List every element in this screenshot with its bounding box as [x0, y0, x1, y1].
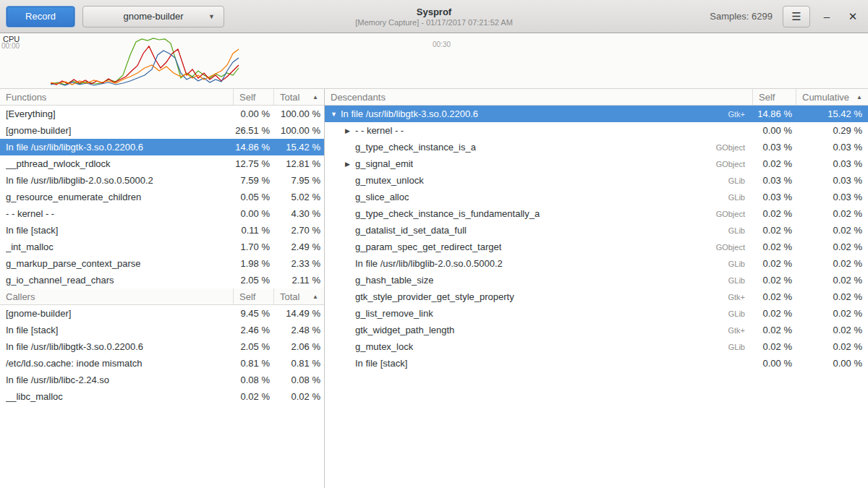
table-row[interactable]: [Everything]0.00 %100.00 % [0, 106, 324, 122]
cell-function-name-label: g_io_channel_read_chars [6, 275, 114, 286]
cell-self-percent: 2.05 % [233, 275, 273, 286]
table-row[interactable]: ▼In file /usr/lib/libgtk-3.so.0.2200.6Gt… [325, 106, 868, 122]
column-header-cumulative[interactable]: Cumulative ▲ [796, 89, 868, 105]
cell-self-percent: 0.02 % [752, 258, 796, 269]
cell-category-label: Gtk+ [728, 293, 752, 301]
cell-self-percent: 7.59 % [233, 175, 273, 186]
table-row[interactable]: g_type_check_instance_is_aGObject0.03 %0… [325, 139, 868, 155]
column-header-self[interactable]: Self [233, 89, 273, 105]
table-row[interactable]: g_slice_allocGLib0.03 %0.03 % [325, 189, 868, 205]
cell-function-name: In file /usr/lib/libglib-2.0.so.0.5000.2 [0, 172, 233, 189]
table-row[interactable]: [gnome-builder]26.51 %100.00 % [0, 122, 324, 139]
table-row[interactable]: gtk_widget_path_lengthGtk+0.02 %0.02 % [325, 322, 868, 338]
cell-function-name-label: - - kernel - - [6, 208, 54, 219]
cell-self-percent: 2.46 % [233, 325, 273, 335]
cell-self-percent: 0.02 % [752, 158, 796, 169]
cell-descendant-name-label: In file /usr/lib/libgtk-3.so.0.2200.6 [341, 108, 478, 119]
time-tick-mid: 00:30 [433, 40, 451, 48]
table-row[interactable]: - - kernel - -0.00 %4.30 % [0, 205, 324, 222]
table-row[interactable]: /etc/ld.so.cache: inode mismatch0.81 %0.… [0, 355, 324, 372]
cell-self-percent: 0.02 % [752, 291, 796, 302]
sort-indicator-icon: ▲ [856, 94, 862, 100]
expander-expanded-icon[interactable]: ▼ [331, 111, 341, 118]
cell-self-percent: 26.51 % [233, 125, 273, 136]
table-row[interactable]: __pthread_rwlock_rdlock12.75 %12.81 % [0, 155, 324, 172]
cell-self-percent: 0.02 % [752, 341, 796, 352]
record-button[interactable]: Record [6, 6, 75, 27]
table-row[interactable]: [gnome-builder]9.45 %14.49 % [0, 305, 324, 322]
cell-self-percent: 0.08 % [233, 374, 273, 385]
cell-total-percent: 2.48 % [273, 325, 324, 335]
cell-total-percent: 2.11 % [273, 275, 324, 286]
table-row[interactable]: In file [stack]2.46 %2.48 % [0, 322, 324, 338]
cell-cumulative-percent: 0.02 % [796, 291, 868, 302]
cell-descendant-name: g_list_remove_linkGLib [325, 305, 752, 322]
table-row[interactable]: ▶- - kernel - -0.00 %0.29 % [325, 122, 868, 139]
cell-descendant-name: g_datalist_id_set_data_fullGLib [325, 222, 752, 239]
column-header-total[interactable]: Total ▲ [273, 288, 324, 304]
table-row[interactable]: g_markup_parse_context_parse1.98 %2.33 % [0, 255, 324, 272]
expander-collapsed-icon[interactable]: ▶ [345, 127, 355, 134]
descendants-table: ▼In file /usr/lib/libgtk-3.so.0.2200.6Gt… [325, 106, 868, 372]
cell-category-label: GObject [716, 243, 752, 252]
callers-column-header: Callers Self Total ▲ [0, 288, 324, 305]
table-row[interactable]: g_hash_table_sizeGLib0.02 %0.02 % [325, 272, 868, 288]
cell-descendant-name-label: g_type_check_instance_is_a [355, 142, 476, 153]
header-bar: Record gnome-builder ▼ Sysprof [Memory C… [0, 0, 868, 33]
cell-total-percent: 5.02 % [273, 192, 324, 202]
column-header-self[interactable]: Self [752, 89, 796, 105]
column-header-callers[interactable]: Callers [0, 288, 233, 304]
cell-self-percent: 2.05 % [233, 341, 273, 352]
table-row[interactable]: In file /usr/lib/libglib-2.0.so.0.5000.2… [325, 255, 868, 272]
left-pane: Functions Self Total ▲ [Everything]0.00 … [0, 89, 325, 488]
table-row[interactable]: g_mutex_lockGLib0.02 %0.02 % [325, 338, 868, 355]
cell-function-name-label: In file /usr/lib/libgtk-3.so.0.2200.6 [6, 142, 143, 153]
table-row[interactable]: __libc_malloc0.02 %0.02 % [0, 388, 324, 405]
cell-cumulative-percent: 0.02 % [796, 275, 868, 286]
minimize-button[interactable]: ‒ [817, 7, 836, 27]
table-row[interactable]: g_resource_enumerate_children0.05 %5.02 … [0, 189, 324, 205]
table-row[interactable]: In file /usr/lib/libgtk-3.so.0.2200.614.… [0, 139, 324, 155]
cell-descendant-name-label: g_hash_table_size [355, 275, 433, 286]
cell-category-label: Gtk+ [728, 110, 752, 119]
cell-caller-name: [gnome-builder] [0, 305, 233, 322]
column-header-total[interactable]: Total ▲ [273, 89, 324, 105]
cell-descendant-name-label: g_type_check_instance_is_fundamentally_a [355, 208, 540, 219]
cell-function-name: g_markup_parse_context_parse [0, 255, 233, 272]
table-row[interactable]: In file [stack]0.00 %0.00 % [325, 355, 868, 372]
table-row[interactable]: In file [stack]0.11 %2.70 % [0, 222, 324, 239]
cell-caller-name-label: In file [stack] [6, 325, 58, 335]
cell-cumulative-percent: 0.03 % [796, 192, 868, 202]
column-header-self[interactable]: Self [233, 288, 273, 304]
table-row[interactable]: In file /usr/lib/libgtk-3.so.0.2200.62.0… [0, 338, 324, 355]
cell-descendant-name: gtk_style_provider_get_style_propertyGtk… [325, 288, 752, 305]
cell-category-label: GLib [728, 276, 752, 285]
table-row[interactable]: ▶g_signal_emitGObject0.02 %0.03 % [325, 155, 868, 172]
cell-category-label: GLib [728, 260, 752, 268]
close-button[interactable]: ✕ [843, 7, 862, 27]
process-selector-dropdown[interactable]: gnome-builder ▼ [82, 6, 224, 27]
cell-caller-name: In file /usr/lib/libc-2.24.so [0, 372, 233, 388]
table-row[interactable]: gtk_style_provider_get_style_propertyGtk… [325, 288, 868, 305]
column-header-descendants[interactable]: Descendants [325, 89, 752, 105]
table-row[interactable]: In file /usr/lib/libc-2.24.so0.08 %0.08 … [0, 372, 324, 388]
cell-self-percent: 0.02 % [233, 391, 273, 402]
cell-category-label: GLib [728, 176, 752, 185]
cell-descendant-name: In file /usr/lib/libglib-2.0.so.0.5000.2… [325, 255, 752, 272]
table-row[interactable]: In file /usr/lib/libglib-2.0.so.0.5000.2… [0, 172, 324, 189]
table-row[interactable]: g_type_check_instance_is_fundamentally_a… [325, 205, 868, 222]
table-row[interactable]: g_datalist_id_set_data_fullGLib0.02 %0.0… [325, 222, 868, 239]
column-header-functions[interactable]: Functions [0, 89, 233, 105]
table-row[interactable]: g_param_spec_get_redirect_targetGObject0… [325, 239, 868, 255]
cell-function-name: __pthread_rwlock_rdlock [0, 155, 233, 172]
cell-caller-name: In file [stack] [0, 322, 233, 338]
expander-collapsed-icon[interactable]: ▶ [345, 160, 355, 168]
menu-button[interactable]: ☰ [783, 6, 810, 27]
table-row[interactable]: g_list_remove_linkGLib0.02 %0.02 % [325, 305, 868, 322]
cell-self-percent: 14.86 % [233, 142, 273, 153]
cpu-graph[interactable]: CPU 00:00 00:30 [0, 33, 868, 89]
table-row[interactable]: _int_malloc1.70 %2.49 % [0, 239, 324, 255]
table-row[interactable]: g_mutex_unlockGLib0.03 %0.03 % [325, 172, 868, 189]
table-row[interactable]: g_io_channel_read_chars2.05 %2.11 % [0, 272, 324, 288]
cell-function-name-label: _int_malloc [6, 241, 54, 252]
